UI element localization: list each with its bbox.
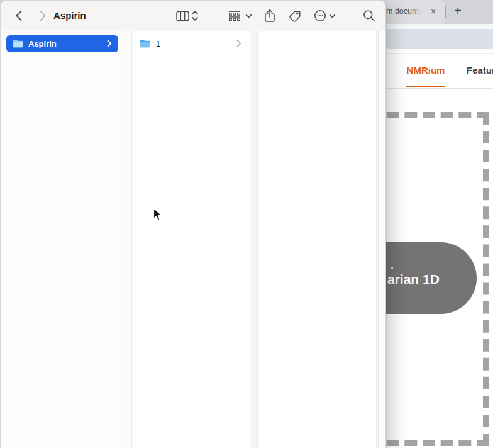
tab-features[interactable]: Featur	[467, 65, 493, 76]
ellipsis-circle-icon	[314, 9, 326, 22]
chevron-right-icon	[107, 40, 112, 47]
finder-sidebar: Aspirin	[1, 31, 123, 448]
tags-button[interactable]	[288, 1, 302, 31]
group-by-button[interactable]	[228, 1, 241, 31]
new-tab-button[interactable]: +	[450, 3, 466, 20]
sidebar-gutter	[123, 31, 132, 448]
tab-nmrium[interactable]: NMRium	[406, 65, 446, 76]
finder-column-2	[258, 31, 377, 448]
finder-window: Aspirin	[0, 0, 386, 448]
tab-divider	[445, 6, 446, 18]
folder-row-label: 1	[156, 39, 160, 48]
share-icon	[264, 9, 275, 23]
more-actions-button[interactable]	[313, 1, 327, 31]
chevron-right-icon	[39, 10, 47, 21]
tab-close-icon[interactable]: ×	[428, 6, 439, 17]
folder-icon	[139, 39, 151, 48]
group-by-dropdown[interactable]	[244, 1, 253, 31]
arrow-cursor-icon	[153, 208, 162, 221]
sidebar-item-label: Aspirin	[28, 39, 57, 48]
column-view-icon	[176, 11, 189, 21]
more-actions-dropdown[interactable]	[328, 1, 336, 31]
finder-column-3-partial	[379, 31, 385, 448]
button-label: arian 1D	[387, 272, 440, 287]
tag-icon	[289, 9, 301, 22]
button-text-fragment-dot: .	[391, 262, 394, 269]
finder-column-1: 1	[132, 31, 250, 448]
finder-body: Aspirin 1	[1, 31, 385, 448]
folder-icon	[12, 39, 24, 48]
mouse-cursor	[153, 208, 162, 224]
search-button[interactable]	[362, 1, 376, 31]
forward-button[interactable]	[35, 1, 50, 31]
chevron-down-icon	[245, 14, 252, 18]
view-columns-button[interactable]	[175, 1, 189, 31]
share-button[interactable]	[263, 1, 276, 31]
folder-row-1[interactable]: 1	[135, 35, 248, 52]
chevron-left-icon	[15, 10, 23, 21]
up-down-chevrons-icon	[191, 10, 199, 21]
finder-toolbar: Aspirin	[1, 1, 385, 31]
search-icon	[363, 9, 375, 22]
back-button[interactable]	[11, 1, 26, 31]
window-title: Aspirin	[53, 1, 86, 31]
tab-nmrium-active-underline	[406, 86, 445, 87]
column-gutter	[250, 31, 258, 448]
chevron-down-icon	[329, 14, 336, 18]
group-by-icon	[228, 11, 241, 21]
chevron-right-icon	[236, 40, 241, 47]
sidebar-item-aspirin[interactable]: Aspirin	[6, 35, 118, 52]
tabs-bottom-divider	[376, 88, 493, 89]
tab-title-fade	[409, 5, 425, 19]
view-switcher-stepper[interactable]	[191, 1, 199, 31]
